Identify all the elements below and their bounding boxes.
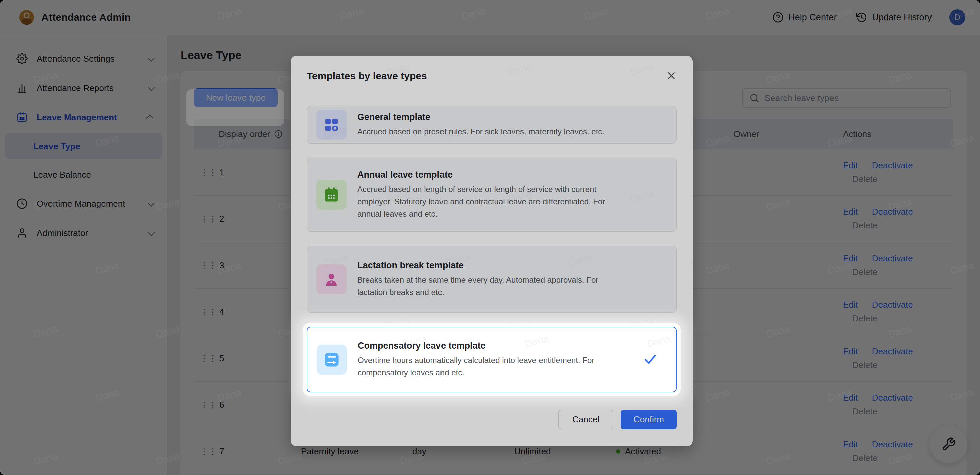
app-window: Attendance Admin Help Center Update Hist… <box>0 0 980 475</box>
swap-icon <box>317 344 347 375</box>
template-title: Compensatory leave template <box>358 341 616 351</box>
check-icon <box>643 352 657 368</box>
template-option-compensatory[interactable]: Compensatory leave template Overtime hou… <box>307 327 677 392</box>
template-description: Overtime hours automatically calculated … <box>358 354 616 379</box>
spotlight-overlay <box>0 0 980 475</box>
